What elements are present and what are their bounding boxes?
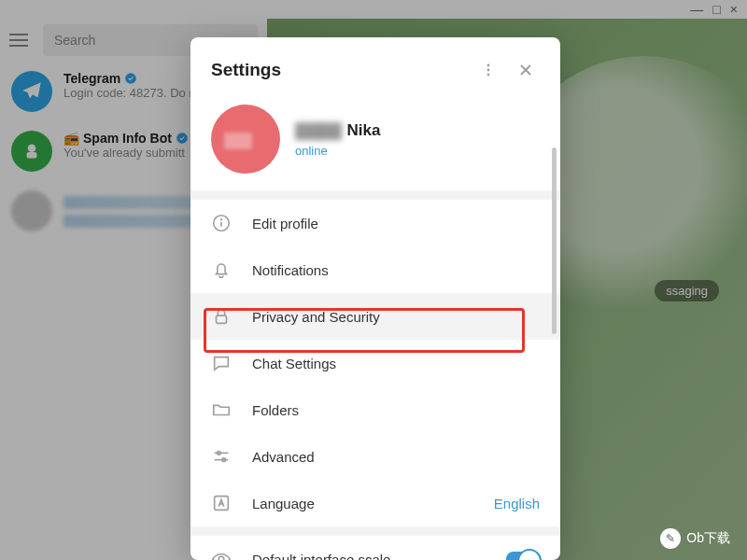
item-label: Advanced	[252, 449, 315, 465]
profile-name: Nika	[347, 121, 381, 140]
folder-icon	[211, 399, 232, 420]
profile-avatar[interactable]	[211, 105, 280, 174]
scrollbar[interactable]	[552, 147, 557, 334]
svg-point-9	[221, 219, 222, 220]
settings-item-interface-scale[interactable]: Default interface scale	[190, 536, 560, 560]
item-label: Folders	[252, 402, 299, 418]
item-label: Chat Settings	[252, 356, 336, 371]
modal-title: Settings	[211, 60, 465, 80]
item-label: Notifications	[252, 262, 329, 278]
settings-item-edit-profile[interactable]: Edit profile	[190, 200, 560, 246]
item-label: Default interface scale	[252, 552, 390, 561]
svg-point-6	[487, 74, 490, 77]
modal-body: ▓▓▓▓ Nika online Edit profile Notificati…	[190, 97, 560, 560]
settings-item-advanced[interactable]: Advanced	[190, 433, 560, 480]
svg-point-5	[487, 69, 490, 72]
close-icon[interactable]	[512, 56, 540, 84]
item-value: English	[494, 496, 540, 511]
info-icon	[211, 213, 232, 233]
settings-item-chat-settings[interactable]: Chat Settings	[190, 340, 560, 386]
more-menu-icon[interactable]	[474, 56, 502, 84]
item-label: Language	[252, 496, 315, 511]
profile-name-blurred: ▓▓▓▓	[295, 121, 342, 140]
settings-item-folders[interactable]: Folders	[190, 386, 560, 433]
separator	[190, 190, 560, 200]
svg-point-16	[218, 556, 224, 560]
watermark-icon: ✎	[660, 528, 681, 549]
sliders-icon	[211, 446, 232, 467]
eye-icon	[211, 549, 232, 560]
bell-icon	[211, 259, 232, 280]
settings-item-notifications[interactable]: Notifications	[190, 246, 560, 293]
lock-icon	[211, 306, 232, 327]
chat-icon	[211, 353, 232, 373]
watermark-text: Ob下载	[686, 530, 730, 547]
profile-status: online	[295, 144, 381, 158]
language-icon	[211, 493, 232, 513]
settings-modal: Settings ▓▓▓▓ Nika online	[190, 37, 560, 560]
separator	[190, 526, 560, 536]
svg-point-4	[487, 64, 490, 67]
watermark: ✎ Ob下载	[660, 528, 730, 549]
settings-item-language[interactable]: Language English	[190, 480, 560, 526]
item-label: Privacy and Security	[252, 309, 380, 325]
toggle-switch[interactable]	[506, 552, 540, 560]
svg-rect-10	[217, 315, 227, 323]
profile-section[interactable]: ▓▓▓▓ Nika online	[190, 97, 560, 190]
item-label: Edit profile	[252, 216, 318, 231]
settings-item-privacy-security[interactable]: Privacy and Security	[190, 293, 560, 340]
